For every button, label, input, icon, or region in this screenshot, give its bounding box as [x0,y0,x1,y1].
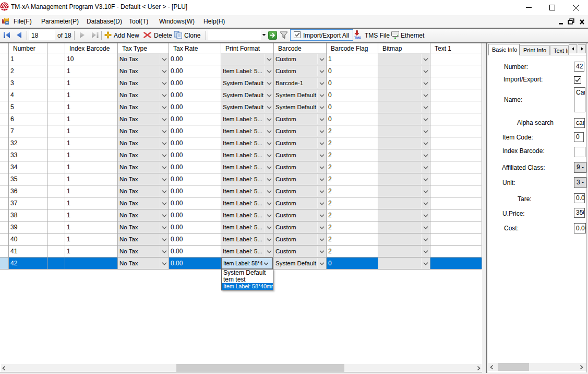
svg-text:東 京: 東 京 [3,9,7,11]
svg-text:TMS: TMS [354,36,361,39]
